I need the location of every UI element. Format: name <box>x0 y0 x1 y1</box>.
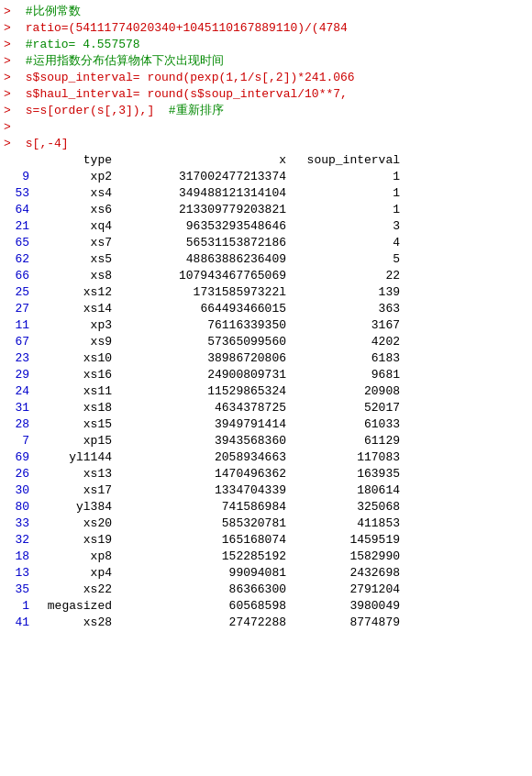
col-type: xs5 <box>33 251 116 268</box>
col-type: xp2 <box>33 169 116 185</box>
prompt: > <box>4 70 18 86</box>
header-spacer <box>4 152 33 169</box>
row-num: 11 <box>4 317 33 334</box>
col-x: 585320781 <box>116 515 290 532</box>
col-x: 1334704339 <box>116 482 290 499</box>
code-line-5: > s$soup_interval= round(pexp(1,1/s[,2])… <box>0 70 532 86</box>
col-type: yl384 <box>33 499 116 515</box>
col-x: 4634378725 <box>116 400 290 416</box>
col-type: xp8 <box>33 549 116 565</box>
col-x: 3943568360 <box>116 433 290 449</box>
col-soup: 6183 <box>290 350 400 367</box>
col-type: xs14 <box>33 301 116 317</box>
table-row: 27 xs14 664493466015 363 <box>4 301 528 317</box>
col-x: 38986720806 <box>116 350 290 367</box>
col-x: 349488121314104 <box>116 185 290 202</box>
table-row: 9 xp2 317002477213374 1 <box>4 169 528 185</box>
prompt: > <box>4 136 18 152</box>
line-text: s=s[order(s[,3]),] #重新排序 <box>18 103 224 119</box>
table-row: 7 xp15 3943568360 61129 <box>4 433 528 449</box>
col-type: xs9 <box>33 334 116 350</box>
code-line-3: > #ratio= 4.557578 <box>0 37 532 53</box>
col-soup: 1 <box>290 169 400 185</box>
console: > #比例常数 > ratio=(54111774020340+10451101… <box>0 0 532 635</box>
table-row: 26 xs13 1470496362 163935 <box>4 466 528 482</box>
row-num: 24 <box>4 383 33 400</box>
row-num: 21 <box>4 218 33 235</box>
col-type: xs15 <box>33 416 116 433</box>
col-x: 27472288 <box>116 615 290 631</box>
table-row: 21 xq4 96353293548646 3 <box>4 218 528 235</box>
table-row: 67 xs9 57365099560 4202 <box>4 334 528 350</box>
col-soup: 1 <box>290 185 400 202</box>
row-num: 25 <box>4 284 33 301</box>
col-x: 317002477213374 <box>116 169 290 185</box>
table-row: 25 xs12 173158597322l 139 <box>4 284 528 301</box>
col-x: 3949791414 <box>116 416 290 433</box>
col-x: 56531153872186 <box>116 235 290 251</box>
table-row: 80 yl384 741586984 325068 <box>4 499 528 515</box>
table-row: 62 xs5 48863886236409 5 <box>4 251 528 268</box>
table-row: 35 xs22 86366300 2791204 <box>4 582 528 598</box>
col-type: xs28 <box>33 615 116 631</box>
prompt: > <box>4 119 18 136</box>
col-x: 152285192 <box>116 549 290 565</box>
code-line-4: > #运用指数分布估算物体下次出现时间 <box>0 53 532 70</box>
code-line-7: > s=s[order(s[,3]),] #重新排序 <box>0 103 532 119</box>
header-soup-interval: soup_interval <box>290 152 400 169</box>
col-x: 11529865324 <box>116 383 290 400</box>
table-row: 53 xs4 349488121314104 1 <box>4 185 528 202</box>
row-num: 23 <box>4 350 33 367</box>
row-num: 29 <box>4 367 33 383</box>
col-type: xs7 <box>33 235 116 251</box>
col-type: xs22 <box>33 582 116 598</box>
col-x: 96353293548646 <box>116 218 290 235</box>
col-soup: 3167 <box>290 317 400 334</box>
col-type: xs4 <box>33 185 116 202</box>
col-soup: 363 <box>290 301 400 317</box>
row-num: 32 <box>4 532 33 549</box>
col-x: 213309779203821 <box>116 202 290 218</box>
col-x: 99094081 <box>116 565 290 582</box>
row-num: 30 <box>4 482 33 499</box>
line-text: s$soup_interval= round(pexp(1,1/s[,2])*2… <box>18 70 355 86</box>
col-type: xs18 <box>33 400 116 416</box>
col-type: yl1144 <box>33 449 116 466</box>
col-soup: 3980049 <box>290 598 400 615</box>
col-soup: 2791204 <box>290 582 400 598</box>
col-soup: 8774879 <box>290 615 400 631</box>
col-x: 1470496362 <box>116 466 290 482</box>
row-num: 26 <box>4 466 33 482</box>
prompt: > <box>4 20 18 37</box>
row-num: 13 <box>4 565 33 582</box>
table-row: 18 xp8 152285192 1582990 <box>4 549 528 565</box>
row-num: 62 <box>4 251 33 268</box>
col-soup: 4202 <box>290 334 400 350</box>
header-type: type <box>33 152 116 169</box>
line-text: ratio=(54111774020340+1045110167889110)/… <box>18 20 348 37</box>
table-row: 31 xs18 4634378725 52017 <box>4 400 528 416</box>
line-text: #运用指数分布估算物体下次出现时间 <box>18 53 224 70</box>
row-num: 18 <box>4 549 33 565</box>
col-soup: 1 <box>290 202 400 218</box>
col-soup: 325068 <box>290 499 400 515</box>
prompt: > <box>4 103 18 119</box>
col-type: xs10 <box>33 350 116 367</box>
col-type: xs6 <box>33 202 116 218</box>
table-row: 11 xp3 76116339350 3167 <box>4 317 528 334</box>
table-row: 41 xs28 27472288 8774879 <box>4 615 528 631</box>
col-soup: 5 <box>290 251 400 268</box>
col-soup: 163935 <box>290 466 400 482</box>
header-x: x <box>116 152 290 169</box>
line-text: s[,-4] <box>18 136 69 152</box>
row-num: 1 <box>4 598 33 615</box>
col-soup: 9681 <box>290 367 400 383</box>
table-row: 33 xs20 585320781 411853 <box>4 515 528 532</box>
row-num: 7 <box>4 433 33 449</box>
table-row: 23 xs10 38986720806 6183 <box>4 350 528 367</box>
row-num: 27 <box>4 301 33 317</box>
col-x: 76116339350 <box>116 317 290 334</box>
col-soup: 411853 <box>290 515 400 532</box>
table-row: 13 xp4 99094081 2432698 <box>4 565 528 582</box>
col-x: 173158597322l <box>116 284 290 301</box>
